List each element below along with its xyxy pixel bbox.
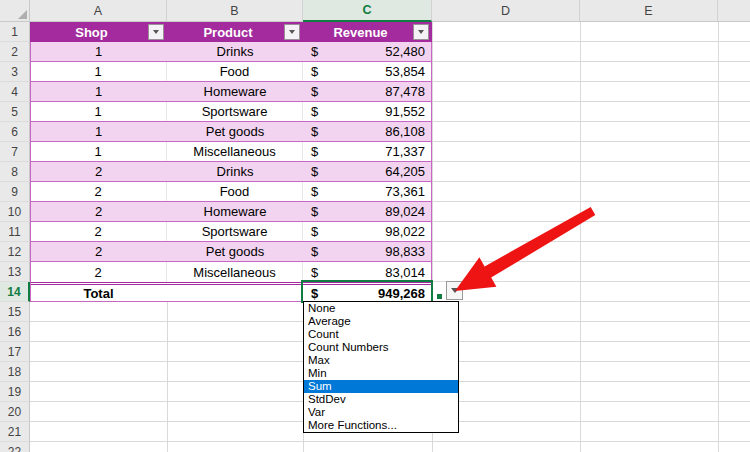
filter-button[interactable] [284, 24, 300, 40]
dropdown-item-min[interactable]: Min [304, 367, 458, 380]
table-header-shop[interactable]: Shop [30, 22, 167, 42]
column-header-e[interactable]: E [580, 0, 718, 22]
column-header-f[interactable]: F [718, 0, 750, 22]
select-all-corner[interactable] [0, 0, 30, 22]
revenue-cell[interactable]: 64,205$ [303, 162, 432, 181]
row-header-7[interactable]: 7 [0, 142, 30, 162]
table-row: 1Pet goods86,108$ [30, 122, 432, 142]
row-header-22[interactable]: 22 [0, 442, 30, 452]
row-header-9[interactable]: 9 [0, 182, 30, 202]
dropdown-item-stddev[interactable]: StdDev [304, 393, 458, 406]
dropdown-item-none[interactable]: None [304, 302, 458, 315]
product-cell[interactable]: Miscellaneous [167, 142, 303, 161]
column-header-a[interactable]: A [30, 0, 167, 22]
grid-line-vertical [580, 22, 581, 452]
product-cell[interactable]: Drinks [167, 162, 303, 181]
dropdown-item-max[interactable]: Max [304, 354, 458, 367]
product-cell[interactable]: Sportsware [167, 222, 303, 241]
product-cell[interactable]: Homeware [167, 82, 303, 101]
product-cell[interactable]: Miscellaneous [167, 262, 303, 282]
row-header-1[interactable]: 1 [0, 22, 30, 42]
row-header-3[interactable]: 3 [0, 62, 30, 82]
product-cell[interactable]: Pet goods [167, 122, 303, 141]
row-header-2[interactable]: 2 [0, 42, 30, 62]
shop-cell[interactable]: 1 [30, 102, 167, 121]
product-cell[interactable]: Homeware [167, 202, 303, 221]
shop-cell[interactable]: 1 [30, 62, 167, 81]
shop-cell[interactable]: 2 [30, 262, 167, 282]
currency-symbol: $ [311, 242, 318, 261]
row-header-19[interactable]: 19 [0, 382, 30, 402]
dropdown-item-count-numbers[interactable]: Count Numbers [304, 341, 458, 354]
product-cell[interactable]: Food [167, 62, 303, 81]
total-revenue-cell[interactable]: 949,268$ [303, 285, 432, 301]
shop-cell[interactable]: 2 [30, 242, 167, 261]
row-header-20[interactable]: 20 [0, 402, 30, 422]
table-header-revenue[interactable]: Revenue [303, 22, 432, 42]
row-header-15[interactable]: 15 [0, 302, 30, 322]
revenue-cell[interactable]: 98,833$ [303, 242, 432, 261]
table-left-border [30, 42, 31, 302]
shop-cell[interactable]: 1 [30, 122, 167, 141]
column-header-c[interactable]: C [303, 0, 432, 22]
total-aggregate-dropdown-button[interactable] [446, 281, 463, 300]
product-cell[interactable]: Drinks [167, 42, 303, 61]
revenue-cell[interactable]: 83,014$ [303, 262, 432, 282]
product-cell[interactable]: Sportsware [167, 102, 303, 121]
row-header-21[interactable]: 21 [0, 422, 30, 442]
fill-handle[interactable] [437, 294, 442, 299]
total-empty-cell[interactable] [167, 285, 303, 301]
revenue-cell[interactable]: 53,854$ [303, 62, 432, 81]
row-header-10[interactable]: 10 [0, 202, 30, 222]
filter-chevron-icon [289, 30, 295, 34]
shop-cell[interactable]: 2 [30, 182, 167, 201]
shop-cell[interactable]: 2 [30, 222, 167, 241]
dropdown-item-average[interactable]: Average [304, 315, 458, 328]
row-header-17[interactable]: 17 [0, 342, 30, 362]
revenue-cell[interactable]: 87,478$ [303, 82, 432, 101]
currency-symbol: $ [311, 142, 318, 161]
column-header-b[interactable]: B [167, 0, 303, 22]
revenue-cell[interactable]: 89,024$ [303, 202, 432, 221]
dropdown-item-more-functions[interactable]: More Functions... [304, 419, 458, 432]
row-header-8[interactable]: 8 [0, 162, 30, 182]
spreadsheet-canvas: ABCDEF 123456789101112131415161718192021… [0, 0, 750, 452]
revenue-cell[interactable]: 73,361$ [303, 182, 432, 201]
shop-cell[interactable]: 1 [30, 42, 167, 61]
row-header-12[interactable]: 12 [0, 242, 30, 262]
row-header-4[interactable]: 4 [0, 82, 30, 102]
currency-symbol: $ [311, 62, 318, 81]
revenue-cell[interactable]: 52,480$ [303, 42, 432, 61]
shop-cell[interactable]: 1 [30, 142, 167, 161]
total-label-cell[interactable]: Total [30, 285, 167, 301]
currency-symbol: $ [311, 202, 318, 221]
row-header-13[interactable]: 13 [0, 262, 30, 282]
filter-button[interactable] [413, 24, 429, 40]
shop-cell[interactable]: 1 [30, 82, 167, 101]
table-row: 2Drinks64,205$ [30, 162, 432, 182]
table-header-product[interactable]: Product [167, 22, 303, 42]
column-header-d[interactable]: D [432, 0, 580, 22]
product-cell[interactable]: Food [167, 182, 303, 201]
row-header-6[interactable]: 6 [0, 122, 30, 142]
dropdown-item-sum[interactable]: Sum [304, 380, 458, 393]
row-header-16[interactable]: 16 [0, 322, 30, 342]
revenue-cell[interactable]: 71,337$ [303, 142, 432, 161]
revenue-cell[interactable]: 86,108$ [303, 122, 432, 141]
revenue-cell[interactable]: 98,022$ [303, 222, 432, 241]
row-header-18[interactable]: 18 [0, 362, 30, 382]
row-header-5[interactable]: 5 [0, 102, 30, 122]
dropdown-item-var[interactable]: Var [304, 406, 458, 419]
product-cell[interactable]: Pet goods [167, 242, 303, 261]
shop-cell[interactable]: 2 [30, 202, 167, 221]
table-total-row: Total949,268$ [30, 282, 432, 302]
filter-button[interactable] [148, 24, 164, 40]
currency-symbol: $ [311, 162, 318, 181]
row-header-11[interactable]: 11 [0, 222, 30, 242]
revenue-cell[interactable]: 91,552$ [303, 102, 432, 121]
dropdown-item-count[interactable]: Count [304, 328, 458, 341]
table-row: 1Food53,854$ [30, 62, 432, 82]
row-header-14[interactable]: 14 [0, 282, 30, 302]
table-right-border [431, 42, 432, 302]
shop-cell[interactable]: 2 [30, 162, 167, 181]
